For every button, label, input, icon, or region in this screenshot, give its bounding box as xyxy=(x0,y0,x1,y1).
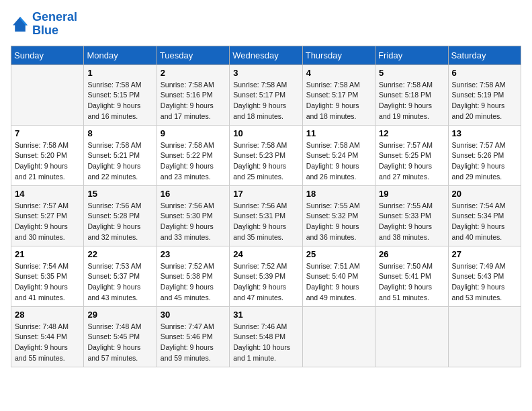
daylight-hours: Daylight: 10 hours and 1 minute. xyxy=(233,343,290,362)
daylight-hours: Daylight: 9 hours and 27 minutes. xyxy=(379,162,432,181)
calendar-cell: 16 Sunrise: 7:56 AM Sunset: 5:30 PM Dayl… xyxy=(157,185,229,246)
day-info: Sunrise: 7:54 AM Sunset: 5:35 PM Dayligh… xyxy=(15,261,80,304)
sunset-time: Sunset: 5:23 PM xyxy=(233,151,285,159)
daylight-hours: Daylight: 9 hours and 36 minutes. xyxy=(306,222,359,241)
calendar-cell: 26 Sunrise: 7:50 AM Sunset: 5:41 PM Dayl… xyxy=(375,246,448,306)
calendar-table: SundayMondayTuesdayWednesdayThursdayFrid… xyxy=(11,46,521,367)
sunrise-time: Sunrise: 7:58 AM xyxy=(379,81,433,89)
daylight-hours: Daylight: 9 hours and 22 minutes. xyxy=(87,162,140,181)
logo-icon xyxy=(11,15,30,34)
sunset-time: Sunset: 5:15 PM xyxy=(87,91,140,99)
day-number: 30 xyxy=(161,310,226,320)
day-number: 31 xyxy=(233,310,298,320)
sunset-time: Sunset: 5:48 PM xyxy=(233,332,285,340)
sunset-time: Sunset: 5:18 PM xyxy=(379,91,431,99)
day-number: 21 xyxy=(15,249,80,259)
day-info: Sunrise: 7:46 AM Sunset: 5:48 PM Dayligh… xyxy=(233,322,298,364)
daylight-hours: Daylight: 9 hours and 43 minutes. xyxy=(87,283,140,302)
sunrise-time: Sunrise: 7:55 AM xyxy=(379,201,433,210)
sunrise-time: Sunrise: 7:50 AM xyxy=(379,262,433,270)
calendar-cell: 5 Sunrise: 7:58 AM Sunset: 5:18 PM Dayli… xyxy=(375,64,448,125)
day-number: 29 xyxy=(87,310,152,320)
calendar-cell: 6 Sunrise: 7:58 AM Sunset: 5:19 PM Dayli… xyxy=(448,64,521,125)
calendar-cell: 13 Sunrise: 7:57 AM Sunset: 5:26 PM Dayl… xyxy=(448,125,521,185)
day-number: 20 xyxy=(452,189,517,199)
sunrise-time: Sunrise: 7:56 AM xyxy=(233,201,287,210)
sunrise-time: Sunrise: 7:58 AM xyxy=(452,81,506,89)
day-number: 22 xyxy=(87,249,152,259)
sunrise-time: Sunrise: 7:58 AM xyxy=(233,81,287,89)
sunrise-time: Sunrise: 7:57 AM xyxy=(15,201,69,210)
calendar-cell: 11 Sunrise: 7:58 AM Sunset: 5:24 PM Dayl… xyxy=(302,125,375,185)
day-info: Sunrise: 7:58 AM Sunset: 5:21 PM Dayligh… xyxy=(87,140,152,183)
day-number: 16 xyxy=(161,189,226,199)
day-info: Sunrise: 7:58 AM Sunset: 5:15 PM Dayligh… xyxy=(87,80,152,122)
logo: General Blue xyxy=(11,11,77,38)
day-info: Sunrise: 7:51 AM Sunset: 5:40 PM Dayligh… xyxy=(306,261,371,304)
day-info: Sunrise: 7:57 AM Sunset: 5:25 PM Dayligh… xyxy=(379,140,444,183)
day-info: Sunrise: 7:47 AM Sunset: 5:46 PM Dayligh… xyxy=(161,322,226,364)
day-number: 27 xyxy=(452,249,517,259)
day-info: Sunrise: 7:48 AM Sunset: 5:44 PM Dayligh… xyxy=(15,322,80,364)
sunrise-time: Sunrise: 7:48 AM xyxy=(87,322,141,330)
day-number: 14 xyxy=(15,189,80,199)
calendar-cell: 30 Sunrise: 7:47 AM Sunset: 5:46 PM Dayl… xyxy=(157,306,229,367)
sunrise-time: Sunrise: 7:56 AM xyxy=(87,201,141,210)
calendar-cell: 28 Sunrise: 7:48 AM Sunset: 5:44 PM Dayl… xyxy=(11,306,84,367)
day-info: Sunrise: 7:49 AM Sunset: 5:43 PM Dayligh… xyxy=(452,261,517,304)
day-number: 8 xyxy=(87,128,152,138)
calendar-cell: 8 Sunrise: 7:58 AM Sunset: 5:21 PM Dayli… xyxy=(84,125,157,185)
calendar-cell: 20 Sunrise: 7:54 AM Sunset: 5:34 PM Dayl… xyxy=(448,185,521,246)
daylight-hours: Daylight: 9 hours and 41 minutes. xyxy=(15,283,68,302)
calendar-cell: 12 Sunrise: 7:57 AM Sunset: 5:25 PM Dayl… xyxy=(375,125,448,185)
calendar-cell: 21 Sunrise: 7:54 AM Sunset: 5:35 PM Dayl… xyxy=(11,246,84,306)
daylight-hours: Daylight: 9 hours and 35 minutes. xyxy=(233,222,286,241)
day-of-week-header: Wednesday xyxy=(230,46,302,64)
day-number: 19 xyxy=(379,189,444,199)
day-info: Sunrise: 7:50 AM Sunset: 5:41 PM Dayligh… xyxy=(379,261,444,304)
sunset-time: Sunset: 5:46 PM xyxy=(161,332,213,340)
calendar-cell: 1 Sunrise: 7:58 AM Sunset: 5:15 PM Dayli… xyxy=(84,64,157,125)
day-number: 28 xyxy=(15,310,80,320)
sunset-time: Sunset: 5:16 PM xyxy=(161,91,213,99)
sunrise-time: Sunrise: 7:55 AM xyxy=(306,201,360,210)
daylight-hours: Daylight: 9 hours and 30 minutes. xyxy=(15,222,68,241)
sunrise-time: Sunrise: 7:53 AM xyxy=(87,262,141,270)
day-of-week-header: Monday xyxy=(84,46,157,64)
sunrise-time: Sunrise: 7:46 AM xyxy=(233,322,287,330)
sunset-time: Sunset: 5:27 PM xyxy=(15,212,67,220)
calendar-cell: 14 Sunrise: 7:57 AM Sunset: 5:27 PM Dayl… xyxy=(11,185,84,246)
daylight-hours: Daylight: 9 hours and 45 minutes. xyxy=(161,283,214,302)
sunset-time: Sunset: 5:38 PM xyxy=(161,272,213,280)
calendar-cell: 15 Sunrise: 7:56 AM Sunset: 5:28 PM Dayl… xyxy=(84,185,157,246)
sunset-time: Sunset: 5:45 PM xyxy=(87,332,140,340)
day-number: 10 xyxy=(233,128,298,138)
day-of-week-header: Sunday xyxy=(11,46,84,64)
calendar-cell: 19 Sunrise: 7:55 AM Sunset: 5:33 PM Dayl… xyxy=(375,185,448,246)
sunset-time: Sunset: 5:34 PM xyxy=(452,212,504,220)
daylight-hours: Daylight: 9 hours and 19 minutes. xyxy=(379,101,432,120)
day-info: Sunrise: 7:52 AM Sunset: 5:39 PM Dayligh… xyxy=(233,261,298,304)
day-info: Sunrise: 7:57 AM Sunset: 5:26 PM Dayligh… xyxy=(452,140,517,183)
day-number: 12 xyxy=(379,128,444,138)
sunrise-time: Sunrise: 7:54 AM xyxy=(452,201,506,210)
daylight-hours: Daylight: 9 hours and 53 minutes. xyxy=(452,283,505,302)
sunset-time: Sunset: 5:28 PM xyxy=(87,212,140,220)
day-number: 4 xyxy=(306,68,371,78)
sunset-time: Sunset: 5:25 PM xyxy=(379,151,431,159)
daylight-hours: Daylight: 9 hours and 38 minutes. xyxy=(379,222,432,241)
day-info: Sunrise: 7:55 AM Sunset: 5:33 PM Dayligh… xyxy=(379,201,444,243)
daylight-hours: Daylight: 9 hours and 23 minutes. xyxy=(161,162,214,181)
calendar-cell: 3 Sunrise: 7:58 AM Sunset: 5:17 PM Dayli… xyxy=(230,64,302,125)
sunrise-time: Sunrise: 7:57 AM xyxy=(452,141,506,149)
calendar-cell: 4 Sunrise: 7:58 AM Sunset: 5:17 PM Dayli… xyxy=(302,64,375,125)
day-number: 5 xyxy=(379,68,444,78)
day-info: Sunrise: 7:56 AM Sunset: 5:31 PM Dayligh… xyxy=(233,201,298,243)
sunset-time: Sunset: 5:32 PM xyxy=(306,212,359,220)
day-number: 2 xyxy=(161,68,226,78)
daylight-hours: Daylight: 9 hours and 25 minutes. xyxy=(233,162,286,181)
day-info: Sunrise: 7:48 AM Sunset: 5:45 PM Dayligh… xyxy=(87,322,152,364)
calendar-cell: 9 Sunrise: 7:58 AM Sunset: 5:22 PM Dayli… xyxy=(157,125,229,185)
day-number: 25 xyxy=(306,249,371,259)
calendar-cell: 25 Sunrise: 7:51 AM Sunset: 5:40 PM Dayl… xyxy=(302,246,375,306)
